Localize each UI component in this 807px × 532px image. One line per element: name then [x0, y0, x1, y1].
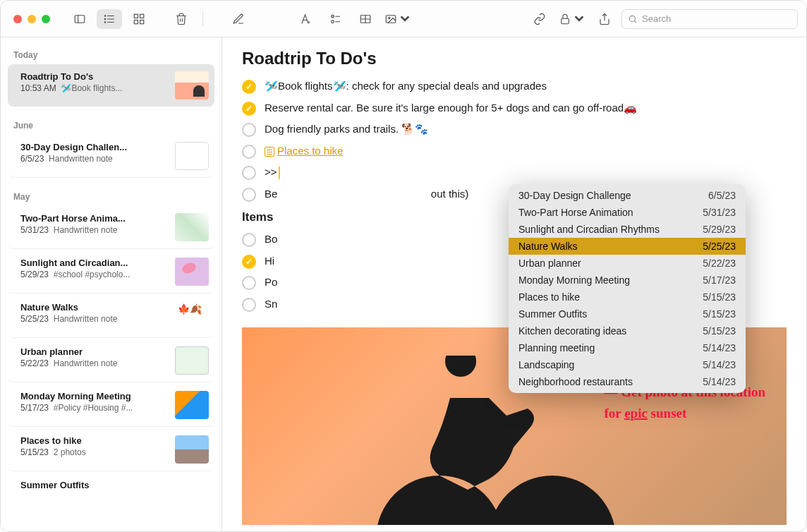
table-button[interactable]: [353, 9, 378, 29]
suggestion-date: 6/5/23: [708, 190, 736, 201]
suggestion-date: 5/29/23: [703, 224, 736, 235]
maximize-window-button[interactable]: [42, 15, 50, 23]
note-editor[interactable]: Roadtrip To Do's 🛩️Book flights🛩️: check…: [222, 37, 806, 532]
suggestion-item[interactable]: Urban planner5/22/23: [509, 255, 746, 272]
note-thumbnail: [175, 258, 209, 286]
suggestion-item[interactable]: Monday Morning Meeting5/17/23: [509, 272, 746, 289]
suggestion-title: Kitchen decorating ideas: [518, 325, 626, 337]
suggestion-item[interactable]: Summer Outfits5/15/23: [509, 306, 746, 322]
share-button[interactable]: [592, 9, 617, 29]
note-heading: Roadtrip To Do's: [242, 49, 787, 68]
section-header-june: June: [1, 108, 222, 133]
new-note-button[interactable]: [226, 9, 251, 29]
svg-rect-22: [562, 18, 569, 24]
note-thumbnail: [175, 346, 209, 375]
close-window-button[interactable]: [13, 15, 22, 23]
suggestion-item[interactable]: Kitchen decorating ideas5/15/23: [509, 322, 746, 339]
note-item-places-to-hike[interactable]: Places to hike 5/15/23 2 photos: [8, 428, 214, 471]
sidebar-toggle-button[interactable]: [67, 9, 92, 29]
checklist-button[interactable]: [323, 9, 348, 29]
suggestion-title: Neighborhood restaurants: [518, 376, 633, 387]
note-item-title: Urban planner: [20, 346, 169, 357]
svg-rect-8: [134, 14, 138, 18]
note-item-summer-outfits[interactable]: Summer Outfits: [8, 473, 214, 497]
note-item-horse-animation[interactable]: Two-Part Horse Anima... 5/31/23 Handwrit…: [8, 206, 214, 249]
search-input[interactable]: Search: [621, 9, 798, 29]
svg-point-13: [332, 15, 334, 18]
checkbox[interactable]: [242, 298, 256, 312]
notes-list-sidebar: Today Roadtrip To Do's 10:53 AM 🛩️Book f…: [1, 37, 222, 532]
checkbox[interactable]: [242, 102, 256, 116]
checkbox[interactable]: [242, 166, 256, 180]
svg-point-6: [104, 18, 106, 20]
suggestion-title: Two-Part Horse Animation: [518, 207, 633, 218]
suggestion-date: 5/17/23: [703, 274, 736, 286]
suggestion-title: Places to hike: [518, 291, 580, 303]
note-item-monday-meeting[interactable]: Monday Morning Meeting 5/17/23 #Policy #…: [8, 384, 214, 427]
text-cursor: [279, 167, 280, 179]
checkbox[interactable]: [242, 233, 256, 247]
minimize-window-button[interactable]: [28, 15, 36, 23]
grid-view-button[interactable]: [126, 9, 152, 29]
svg-point-5: [104, 15, 106, 16]
note-thumbnail: [175, 435, 209, 464]
link-suggestion-popup: 30-Day Design Challenge6/5/23Two-Part Ho…: [509, 184, 746, 393]
section-header-may: May: [1, 179, 222, 205]
lock-button[interactable]: [557, 9, 588, 29]
svg-point-15: [332, 20, 334, 23]
checkbox[interactable]: [242, 276, 256, 290]
checkbox[interactable]: [242, 145, 256, 159]
traffic-lights: [13, 15, 50, 23]
suggestion-item[interactable]: Two-Part Horse Animation5/31/23: [509, 204, 746, 221]
note-item-design-challenge[interactable]: 30-Day Design Challen... 6/5/23 Handwrit…: [8, 135, 214, 178]
checkbox[interactable]: [242, 123, 256, 137]
checklist-text: Reserve rental car. Be sure it's large e…: [265, 100, 787, 116]
search-placeholder: Search: [642, 13, 671, 24]
note-item-title: Places to hike: [20, 435, 169, 446]
note-link-places-to-hike[interactable]: Places to hike: [277, 145, 343, 157]
checkbox[interactable]: [242, 80, 256, 94]
note-item-title: Roadtrip To Do's: [20, 71, 169, 82]
note-item-title: Sunlight and Circadian...: [20, 258, 169, 268]
suggestion-item[interactable]: Nature Walks5/25/23: [509, 238, 746, 255]
note-item-urban-planner[interactable]: Urban planner 5/22/23 Handwritten note: [8, 339, 214, 382]
note-item-title: 30-Day Design Challen...: [20, 142, 169, 152]
suggestion-item[interactable]: Sunlight and Circadian Rhythms5/29/23: [509, 221, 746, 238]
svg-rect-9: [140, 14, 144, 18]
suggestion-date: 5/14/23: [703, 359, 736, 370]
suggestion-item[interactable]: Planning meeting5/14/23: [509, 339, 746, 356]
list-view-button[interactable]: [97, 9, 122, 29]
suggestion-date: 5/22/23: [703, 258, 736, 269]
suggestion-item[interactable]: Neighborhood restaurants5/14/23: [509, 373, 746, 393]
suggestion-item[interactable]: 30-Day Design Challenge6/5/23: [509, 184, 746, 204]
note-item-sunlight[interactable]: Sunlight and Circadian... 5/29/23 #schoo…: [8, 250, 214, 294]
note-thumbnail: [175, 213, 209, 241]
note-item-roadtrip[interactable]: Roadtrip To Do's 10:53 AM 🛩️Book flights…: [8, 64, 214, 107]
suggestion-title: Sunlight and Circadian Rhythms: [518, 224, 660, 235]
suggestion-title: Planning meeting: [518, 342, 595, 353]
note-item-nature-walks[interactable]: Nature Walks 5/25/23 Handwritten note: [8, 295, 214, 338]
note-thumbnail: [175, 142, 209, 170]
note-thumbnail: [175, 302, 209, 330]
suggestion-title: Summer Outfits: [518, 308, 587, 320]
svg-line-25: [634, 20, 636, 23]
suggestion-item[interactable]: Places to hike5/15/23: [509, 289, 746, 306]
note-thumbnail: [175, 71, 209, 99]
checkbox[interactable]: [242, 188, 256, 202]
suggestion-date: 5/25/23: [703, 241, 736, 252]
titlebar: a Search: [1, 1, 806, 37]
suggestion-date: 5/14/23: [703, 342, 736, 353]
svg-rect-0: [75, 15, 85, 23]
suggestion-date: 5/14/23: [703, 376, 736, 387]
trash-button[interactable]: [169, 9, 194, 29]
media-button[interactable]: [382, 9, 413, 29]
format-text-button[interactable]: a: [293, 9, 319, 29]
note-item-title: Nature Walks: [20, 302, 169, 313]
suggestion-date: 5/15/23: [703, 291, 736, 303]
link-button[interactable]: [527, 9, 552, 29]
section-header-today: Today: [1, 37, 222, 63]
suggestion-item[interactable]: Landscaping5/14/23: [509, 356, 746, 373]
suggestion-date: 5/15/23: [703, 325, 736, 337]
checkbox[interactable]: [242, 255, 256, 269]
svg-point-21: [389, 17, 390, 18]
